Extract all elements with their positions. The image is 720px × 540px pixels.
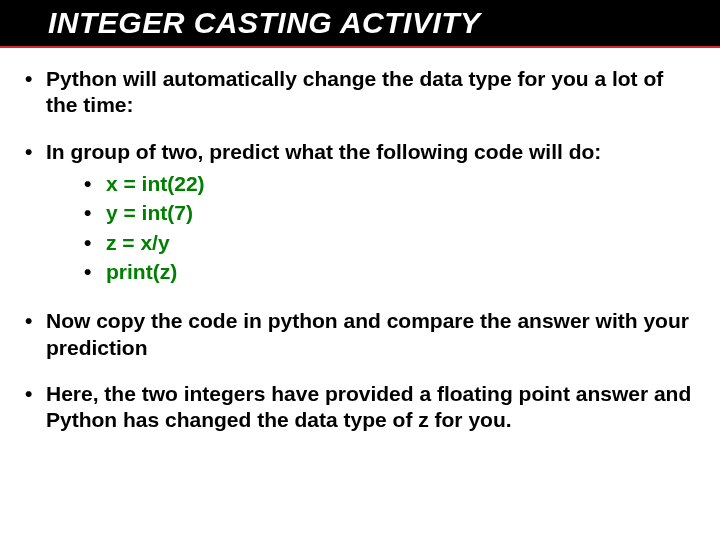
code-line: x = int(22) [84, 169, 698, 198]
bullet-predict: In group of two, predict what the follow… [22, 139, 698, 287]
bullet-text: Python will automatically change the dat… [46, 67, 663, 116]
code-text: y = int(7) [106, 201, 193, 224]
code-line: y = int(7) [84, 198, 698, 227]
code-list: x = int(22) y = int(7) z = x/y print(z) [84, 169, 698, 287]
main-bullet-list: Python will automatically change the dat… [22, 66, 698, 433]
code-text: z = x/y [106, 231, 170, 254]
bullet-text: Here, the two integers have provided a f… [46, 382, 691, 431]
bullet-auto-change: Python will automatically change the dat… [22, 66, 698, 119]
slide-body: Python will automatically change the dat… [0, 48, 720, 540]
bullet-text: In group of two, predict what the follow… [46, 140, 601, 163]
bullet-explanation: Here, the two integers have provided a f… [22, 381, 698, 434]
code-text: print(z) [106, 260, 177, 283]
bullet-copy-code: Now copy the code in python and compare … [22, 308, 698, 361]
bullet-text: Now copy the code in python and compare … [46, 309, 689, 358]
code-line: print(z) [84, 257, 698, 286]
code-line: z = x/y [84, 228, 698, 257]
code-text: x = int(22) [106, 172, 205, 195]
slide-title: INTEGER CASTING ACTIVITY [0, 0, 720, 46]
